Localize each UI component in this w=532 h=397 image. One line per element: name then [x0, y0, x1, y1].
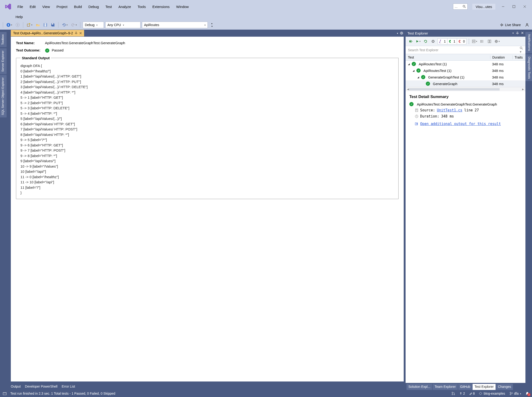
horizontal-scrollbar[interactable]: ◀ ▶: [406, 87, 526, 91]
detail-open-output-row: Open additional output for this result: [409, 122, 522, 126]
maximize-button[interactable]: [508, 3, 519, 10]
menu-view[interactable]: View: [39, 3, 53, 10]
source-file-link[interactable]: UnitTest1.cs: [437, 108, 462, 112]
redo-button[interactable]: ▾: [70, 22, 78, 28]
outgoing-commits[interactable]: 2: [459, 392, 465, 395]
panel-tab-changes[interactable]: Changes: [496, 384, 513, 390]
toolbox-tab[interactable]: Toolbox: [0, 32, 6, 47]
test-outcome-row: Test Outcome: ✓ Passed: [16, 48, 398, 53]
svg-point-0: [463, 5, 465, 7]
column-test[interactable]: Test: [406, 56, 490, 59]
branch-indicator[interactable]: dfa▴: [509, 392, 521, 395]
notifications-tab[interactable]: Notifications: [526, 32, 532, 53]
nav-forward-button[interactable]: [15, 22, 21, 28]
document-tab-active[interactable]: Test Output–ApiRo...GenerateGraph–9-2: [11, 30, 84, 37]
menu-build[interactable]: Build: [71, 3, 85, 10]
repeat-button[interactable]: [422, 38, 429, 45]
test-tree-row[interactable]: ◢✓ApiRoutesTest (1)348 ms: [406, 67, 526, 74]
test-name-row: Test Name: ApiRoutesTest.GenerateGraphTe…: [16, 41, 398, 45]
svg-point-58: [520, 47, 522, 49]
menu-file[interactable]: File: [14, 3, 26, 10]
developer-powershell-tab[interactable]: Developer PowerShell: [25, 385, 58, 388]
close-panel-icon[interactable]: [521, 32, 524, 35]
scroll-left-icon[interactable]: ◀: [407, 88, 409, 91]
scroll-right-icon[interactable]: ▶: [522, 88, 524, 91]
save-all-button[interactable]: [50, 22, 56, 28]
config-combo[interactable]: Debug▾: [83, 22, 104, 28]
account-button[interactable]: [524, 22, 530, 28]
scrollbar-thumb[interactable]: [409, 88, 500, 91]
menu-tools[interactable]: Tools: [134, 3, 149, 10]
pin-icon[interactable]: [516, 32, 519, 35]
test-name-value: ApiRoutesTest.GenerateGraphTest.Generate…: [45, 41, 125, 45]
close-button[interactable]: [519, 3, 530, 10]
test-tree-row[interactable]: ◢✓GenerateGraphTest (1)348 ms: [406, 74, 526, 81]
playlist-button[interactable]: ▾: [471, 38, 477, 45]
svg-point-72: [510, 392, 511, 393]
svg-rect-13: [44, 25, 46, 26]
expand-icon[interactable]: ◢: [408, 63, 410, 65]
panel-tab-team-explorer[interactable]: Team Explorer: [433, 384, 458, 390]
menu-window[interactable]: Window: [173, 3, 192, 10]
run-button[interactable]: ▾: [415, 38, 421, 45]
panel-tab-test-explorer[interactable]: Test Explorer: [472, 384, 495, 390]
run-all-button[interactable]: [407, 38, 414, 45]
svg-line-55: [497, 42, 497, 43]
panel-tab-github[interactable]: GitHub: [458, 384, 472, 390]
detail-heading: Test Detail Summary: [409, 94, 522, 99]
server-explorer-tab[interactable]: Server Explorer: [0, 48, 6, 74]
minimize-button[interactable]: [498, 3, 508, 10]
test-tree-row[interactable]: ✓GenerateGraph348 ms: [406, 81, 526, 87]
output-tab[interactable]: Output: [11, 385, 21, 388]
tabs-dropdown-icon[interactable]: ▾: [397, 32, 398, 35]
settings-button[interactable]: ▾: [494, 38, 500, 45]
sql-server-object-explorer-tab[interactable]: SQL Server Object Explorer: [0, 75, 6, 118]
menu-debug[interactable]: Debug: [85, 3, 102, 10]
column-traits[interactable]: Traits: [513, 56, 526, 59]
stop-debug-button[interactable]: [430, 38, 436, 45]
svg-point-73: [510, 394, 511, 395]
repo-indicator[interactable]: blog-examples: [479, 392, 505, 395]
menu-test[interactable]: Test: [102, 3, 115, 10]
expand-icon[interactable]: ◢: [413, 69, 415, 72]
platform-combo[interactable]: Any CPU▾: [105, 22, 141, 28]
svg-line-1: [465, 7, 466, 8]
pending-changes[interactable]: 8: [469, 392, 475, 395]
menu-help[interactable]: Help: [12, 13, 26, 20]
close-tab-icon[interactable]: [79, 32, 82, 34]
new-item-button[interactable]: ✦▾: [26, 22, 33, 28]
open-button[interactable]: [35, 22, 41, 28]
notifications-button[interactable]: 3: [526, 392, 529, 395]
main-area: Toolbox Server Explorer SQL Server Objec…: [0, 30, 532, 390]
error-list-tab[interactable]: Error List: [62, 385, 75, 388]
title-search[interactable]: ...: [453, 4, 468, 10]
live-share-button[interactable]: Live Share: [499, 22, 522, 28]
panel-tab-solution-expl-[interactable]: Solution Expl...: [407, 384, 432, 390]
save-button[interactable]: [42, 22, 49, 28]
menu-bar: File Edit View Project Build Debug Test …: [14, 3, 451, 10]
menu-extensions[interactable]: Extensions: [149, 3, 173, 10]
expand-icon[interactable]: ◢: [417, 76, 420, 79]
detail-duration-row: Duration: 348 ms: [409, 114, 522, 118]
svg-rect-48: [490, 40, 491, 43]
nav-back-button[interactable]: ▾: [6, 22, 13, 28]
menu-edit[interactable]: Edit: [26, 3, 39, 10]
columns-button[interactable]: [486, 38, 493, 45]
pin-icon[interactable]: [75, 32, 78, 35]
pull-request-icon[interactable]: [451, 392, 455, 395]
menu-project[interactable]: Project: [53, 3, 71, 10]
right-tab-strip: Notifications Diagnostic Tools: [526, 30, 532, 390]
column-duration[interactable]: Duration: [490, 56, 513, 59]
startup-combo[interactable]: ApiRoutes▾: [142, 22, 208, 28]
undo-button[interactable]: ▾: [61, 22, 69, 28]
test-tree-row[interactable]: ◢✓ApiRoutesTest (1)348 ms: [406, 61, 526, 67]
diagnostic-tools-tab[interactable]: Diagnostic Tools: [526, 54, 532, 81]
toolbar-overflow-button[interactable]: ▸▾: [209, 22, 215, 28]
open-output-link[interactable]: Open additional output for this result: [420, 122, 501, 126]
gear-icon[interactable]: [400, 31, 403, 35]
source-line-label: line: [464, 108, 473, 112]
menu-analyze[interactable]: Analyze: [115, 3, 134, 10]
group-by-button[interactable]: [479, 38, 485, 45]
test-explorer-search[interactable]: Search Test Explorer ▾: [406, 46, 526, 54]
panel-dropdown-icon[interactable]: ▾: [513, 32, 514, 35]
